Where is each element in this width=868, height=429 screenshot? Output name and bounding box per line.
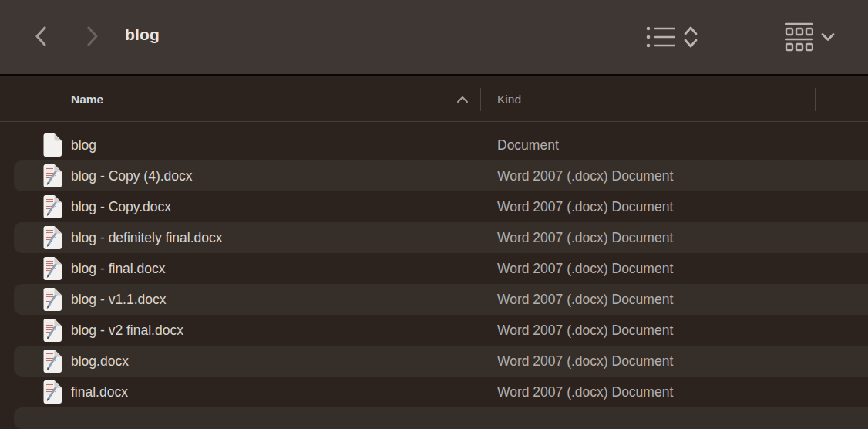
chevron-right-icon	[86, 25, 99, 47]
column-divider[interactable]	[480, 88, 481, 111]
forward-button[interactable]	[80, 24, 105, 49]
file-kind-label: Word 2007 (.docx) Document	[497, 284, 673, 315]
file-row[interactable]: blog - Copy (4).docx Word 2007 (.docx) D…	[0, 160, 868, 191]
file-kind-label: Word 2007 (.docx) Document	[497, 315, 673, 346]
back-button[interactable]	[28, 24, 52, 49]
group-menu-control[interactable]	[785, 22, 835, 52]
docx-document-icon	[42, 256, 62, 281]
file-kind-label: Word 2007 (.docx) Document	[497, 191, 673, 222]
page-title: blog	[125, 25, 160, 44]
docx-document-icon	[42, 318, 62, 343]
file-name-label: blog - Copy.docx	[71, 191, 171, 222]
column-divider[interactable]	[815, 88, 816, 111]
file-row[interactable]: blog - definitely final.docx Word 2007 (…	[0, 222, 868, 253]
docx-document-icon	[42, 380, 62, 404]
sort-chevrons-icon	[683, 25, 698, 49]
list-view-icon	[646, 25, 675, 49]
file-row[interactable]: blog - Copy.docx Word 2007 (.docx) Docum…	[0, 191, 868, 222]
file-row[interactable]: blog.docx Word 2007 (.docx) Document	[0, 346, 868, 377]
chevron-left-icon	[34, 25, 47, 47]
file-row[interactable]: blog - final.docx Word 2007 (.docx) Docu…	[0, 253, 868, 284]
docx-document-icon	[42, 349, 62, 373]
file-list: blog Document b	[0, 122, 868, 429]
sort-ascending-icon	[456, 96, 469, 103]
file-name-label: blog - v1.1.docx	[71, 284, 167, 315]
file-kind-label: Word 2007 (.docx) Document	[497, 377, 673, 407]
plain-document-icon	[42, 133, 62, 157]
file-name-label: blog - v2 final.docx	[71, 315, 183, 346]
file-kind-label: Word 2007 (.docx) Document	[497, 222, 673, 253]
docx-document-icon	[42, 225, 62, 250]
file-name-label: blog - Copy (4).docx	[71, 160, 193, 191]
column-header-kind[interactable]: Kind	[497, 77, 521, 121]
file-kind-label: Document	[497, 130, 559, 160]
file-name-label: blog - final.docx	[71, 253, 166, 284]
finder-window: blog	[0, 0, 868, 429]
file-kind-label: Word 2007 (.docx) Document	[497, 160, 673, 191]
column-header-name[interactable]: Name	[71, 77, 103, 121]
chevron-down-icon	[821, 32, 835, 42]
file-row[interactable]: blog - v1.1.docx Word 2007 (.docx) Docum…	[0, 284, 868, 315]
column-header-row: Name Kind	[0, 77, 868, 122]
docx-document-icon	[42, 287, 62, 312]
group-view-icon	[785, 22, 813, 52]
file-name-label: final.docx	[71, 377, 128, 407]
file-name-label: blog - definitely final.docx	[71, 222, 223, 253]
file-kind-label: Word 2007 (.docx) Document	[497, 346, 673, 377]
view-mode-control[interactable]	[646, 25, 698, 49]
file-name-label: blog	[71, 130, 96, 160]
empty-row	[0, 407, 868, 429]
file-kind-label: Word 2007 (.docx) Document	[497, 253, 673, 284]
toolbar: blog	[0, 0, 868, 76]
file-name-label: blog.docx	[71, 346, 129, 377]
docx-document-icon	[42, 194, 62, 219]
file-row[interactable]: final.docx Word 2007 (.docx) Document	[0, 377, 868, 407]
file-row[interactable]: blog - v2 final.docx Word 2007 (.docx) D…	[0, 315, 868, 346]
file-row[interactable]: blog Document	[0, 130, 868, 160]
docx-document-icon	[42, 164, 62, 188]
